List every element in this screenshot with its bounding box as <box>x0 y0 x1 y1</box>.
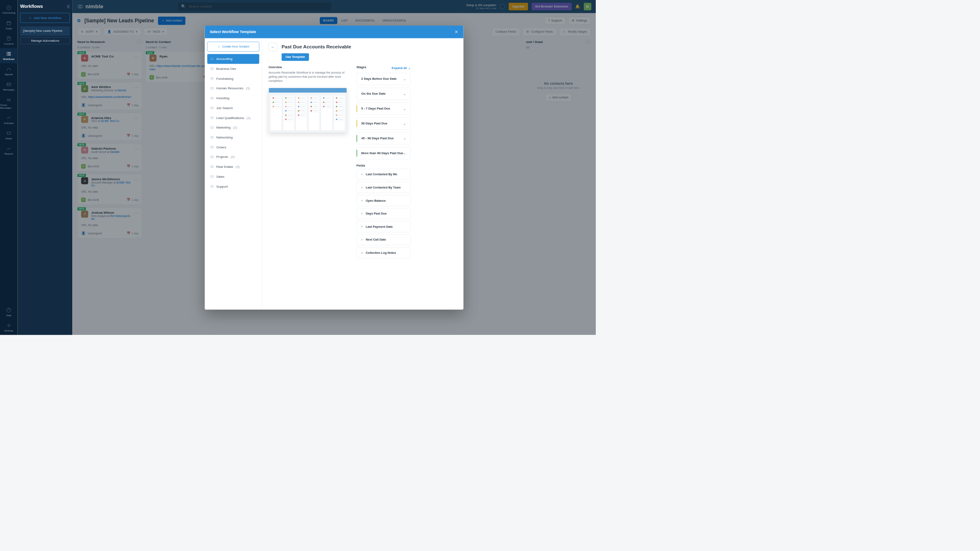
nav-reports[interactable]: Reports <box>0 143 18 158</box>
svg-point-8 <box>7 99 8 100</box>
folder-icon <box>210 165 214 169</box>
folder-icon <box>210 106 214 110</box>
chevron-down-icon: ⌄ <box>408 66 411 70</box>
template-detail: ← Past Due Accounts Receivable Use Templ… <box>262 38 464 310</box>
svg-rect-6 <box>10 52 11 55</box>
collapse-side-panel-icon[interactable]: ⟨⟨ <box>67 4 70 9</box>
field-row: Days Past Due <box>357 208 411 219</box>
nav-today[interactable]: Today <box>0 17 18 33</box>
template-category[interactable]: Orders <box>207 142 259 152</box>
template-preview-image <box>269 88 347 132</box>
template-category[interactable]: Support <box>207 181 259 191</box>
template-category[interactable]: Job Search <box>207 103 259 113</box>
bullet-icon <box>361 226 363 227</box>
field-row: Last Contacted By Me <box>357 169 411 180</box>
main-area: nimble 🔍 Setup is 0% complete! 14 days l… <box>72 0 596 335</box>
bullet-icon <box>361 200 363 201</box>
nav-deals[interactable]: Deals <box>0 127 18 143</box>
chevron-down-icon: ⌄ <box>403 122 406 125</box>
template-category[interactable]: Investing <box>207 93 259 103</box>
field-row: Last Contacted By Team <box>357 182 411 193</box>
workflows-side-panel: Workflows ⟨⟨ ＋ Add New Workflow [Sample]… <box>18 0 73 335</box>
create-from-scratch-button[interactable]: ＋ Create from Scratch <box>207 42 259 52</box>
add-workflow-button[interactable]: ＋ Add New Workflow <box>20 13 70 23</box>
svg-rect-1 <box>7 21 11 25</box>
svg-rect-5 <box>8 52 10 55</box>
stage-row[interactable]: 30 Days Past Due⌄ <box>357 117 411 130</box>
template-category[interactable]: Sales <box>207 172 259 181</box>
svg-rect-7 <box>7 83 11 86</box>
chevron-down-icon: ⌄ <box>403 92 406 95</box>
nav-signals[interactable]: Signals <box>0 63 18 79</box>
folder-icon <box>210 86 214 90</box>
chevron-down-icon: ⌄ <box>403 107 406 110</box>
folder-icon <box>210 96 214 100</box>
expand-all-button[interactable]: Expand all ⌄ <box>392 66 411 70</box>
template-category[interactable]: Lead Qualifications(3) <box>207 113 259 123</box>
nav-rail: Onboarding Today Contacts Workflows Sign… <box>0 0 18 335</box>
folder-icon <box>210 76 214 80</box>
stage-row[interactable]: 2 Days Before Due Date⌄ <box>357 73 411 85</box>
bullet-icon <box>361 174 363 175</box>
template-title: Past Due Accounts Receivable <box>282 44 351 50</box>
chevron-down-icon: ⌄ <box>403 77 406 81</box>
svg-rect-4 <box>7 52 8 55</box>
field-row: Last Payment Date <box>357 221 411 232</box>
chevron-down-icon: ⌄ <box>403 151 406 155</box>
stage-row[interactable]: 5 - 7 Days Past Due⌄ <box>357 103 411 115</box>
folder-icon <box>210 175 214 179</box>
nav-settings[interactable]: Settings <box>0 320 18 335</box>
stage-row[interactable]: 45 - 90 Days Past Due⌄ <box>357 132 411 145</box>
nav-messages[interactable]: Messages <box>0 79 18 94</box>
template-categories-sidebar: ＋ Create from Scratch AccountingBusiness… <box>205 38 262 310</box>
workflow-list-item[interactable]: [Sample] New Leads Pipeline <box>20 26 70 36</box>
close-icon[interactable]: ✕ <box>454 29 458 34</box>
template-category[interactable]: Marketing(2) <box>207 122 259 132</box>
plus-icon: ＋ <box>217 44 220 48</box>
template-category[interactable]: Business Dev <box>207 64 259 74</box>
nav-help[interactable]: Help <box>0 304 18 320</box>
svg-point-9 <box>9 99 10 100</box>
stages-label: Stages <box>357 65 366 69</box>
fields-label: Fields <box>357 164 411 167</box>
bullet-icon <box>361 252 363 254</box>
nav-activities[interactable]: Activities <box>0 112 18 127</box>
bullet-icon <box>361 186 363 188</box>
folder-icon <box>210 57 214 61</box>
folder-icon <box>210 116 214 119</box>
manage-automations-button[interactable]: Manage Automations <box>21 37 70 44</box>
overview-label: Overview <box>269 65 347 69</box>
template-category[interactable]: Projects(2) <box>207 152 259 162</box>
template-category[interactable]: Human Resources(3) <box>207 83 259 93</box>
overview-text: Accounts Receivable Workflow is to manag… <box>269 70 347 83</box>
back-button[interactable]: ← <box>269 43 277 51</box>
nav-workflows[interactable]: Workflows <box>0 48 18 63</box>
nav-contacts[interactable]: Contacts <box>0 33 18 48</box>
field-row: Collection Log Notes <box>357 247 411 258</box>
arrow-left-icon: ← <box>271 45 275 49</box>
field-row: Open Balance <box>357 195 411 206</box>
modal-overlay: Select Workflow Template ✕ ＋ Create from… <box>72 0 596 335</box>
template-category[interactable]: Fundraising <box>207 74 259 83</box>
folder-icon <box>210 155 214 159</box>
nav-group-messages[interactable]: Group Messages <box>0 94 18 112</box>
modal-title: Select Workflow Template <box>210 30 256 34</box>
template-category[interactable]: Networking <box>207 132 259 142</box>
chevron-down-icon: ⌄ <box>403 136 406 140</box>
folder-icon <box>210 67 214 71</box>
template-category[interactable]: Real Estate(3) <box>207 162 259 172</box>
stage-row[interactable]: More than 90 Days Past Due⌄ <box>357 147 411 159</box>
folder-icon <box>210 136 214 139</box>
folder-icon <box>210 126 214 129</box>
bullet-icon <box>361 239 363 241</box>
svg-point-11 <box>8 325 10 326</box>
side-panel-title: Workflows <box>20 4 43 10</box>
svg-point-3 <box>8 38 9 38</box>
folder-icon <box>210 184 214 188</box>
use-template-button[interactable]: Use Template <box>282 53 309 61</box>
template-category[interactable]: Accounting <box>207 54 259 64</box>
bullet-icon <box>361 213 363 215</box>
stage-row[interactable]: On the Due Date⌄ <box>357 88 411 100</box>
nav-onboarding[interactable]: Onboarding <box>0 2 18 17</box>
select-template-modal: Select Workflow Template ✕ ＋ Create from… <box>205 26 464 310</box>
